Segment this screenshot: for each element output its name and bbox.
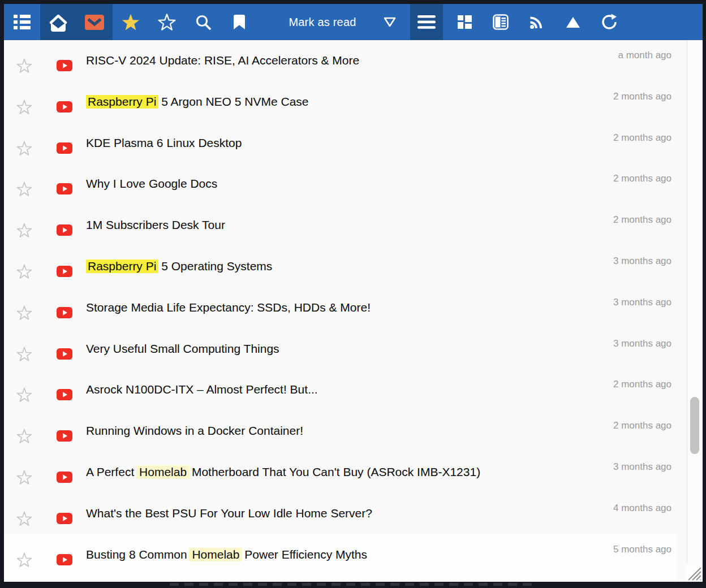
list-row[interactable]: What's the Best PSU For Your Low Idle Ho… (4, 493, 687, 534)
star-toggle[interactable] (16, 223, 33, 239)
hamburger-icon (417, 15, 436, 29)
refresh-button[interactable] (591, 4, 627, 40)
row-title: Raspberry Pi 5 Argon NEO 5 NVMe Case (86, 95, 562, 109)
star-toggle[interactable] (16, 58, 33, 74)
search-highlight: Homelab (136, 465, 190, 479)
list-row[interactable]: Why I Love Google Docs 2 months ago (4, 163, 687, 205)
youtube-icon (57, 307, 72, 318)
search-icon (195, 14, 212, 31)
list-icon (14, 15, 31, 29)
row-age: 5 months ago (613, 544, 671, 555)
row-title: RISC-V 2024 Update: RISE, AI Accelerator… (86, 54, 562, 67)
list-row[interactable]: Busting 8 Common Homelab Power Efficienc… (4, 534, 687, 582)
mark-read-envelope-button[interactable] (40, 4, 76, 40)
mark-unread-envelope-button[interactable] (76, 4, 113, 40)
list-row[interactable]: Storage Media Life Expectancy: SSDs, HDD… (4, 287, 687, 328)
row-title: Very Useful Small Computing Things (86, 342, 562, 356)
star-toggle[interactable] (16, 305, 33, 321)
youtube-icon (57, 266, 72, 277)
star-outline-icon (16, 511, 33, 527)
row-title: Storage Media Life Expectancy: SSDs, HDD… (86, 301, 562, 314)
row-age: 2 months ago (613, 91, 671, 102)
star-outline-icon (16, 141, 33, 157)
star-outline-icon (16, 58, 33, 74)
star-outline-icon (16, 429, 33, 444)
youtube-icon (57, 513, 72, 524)
list-row[interactable]: 1M Subscribers Desk Tour 2 months ago (4, 205, 687, 246)
star-outline-icon (16, 347, 33, 362)
rss-button[interactable] (519, 4, 555, 40)
star-outline-icon (16, 264, 33, 280)
star-toggle[interactable] (16, 264, 33, 280)
row-title: Raspberry Pi 5 Operating Systems (86, 260, 562, 273)
mark-as-read-button[interactable]: Mark as read (257, 4, 373, 40)
star-outline-icon (16, 552, 33, 568)
row-title: What's the Best PSU For Your Low Idle Ho… (86, 507, 562, 520)
resize-grip[interactable] (684, 563, 702, 581)
list-row[interactable]: Very Useful Small Computing Things 3 mon… (4, 328, 687, 370)
bookmark-button[interactable] (221, 4, 257, 40)
mark-as-read-label: Mark as read (289, 16, 356, 29)
list-row[interactable]: RISC-V 2024 Update: RISE, AI Accelerator… (4, 40, 687, 81)
star-toggle[interactable] (16, 552, 33, 568)
row-age: a month ago (618, 50, 671, 61)
layout-button[interactable] (446, 4, 483, 40)
scrollbar-track[interactable] (687, 40, 703, 582)
filter-dropdown-button[interactable] (373, 4, 407, 40)
row-age: 3 months ago (613, 297, 671, 308)
row-title: Busting 8 Common Homelab Power Efficienc… (86, 548, 562, 561)
scrollbar-thumb[interactable] (690, 397, 699, 454)
menu-button[interactable] (410, 4, 443, 40)
list-row[interactable]: KDE Plasma 6 Linux Desktop 2 months ago (4, 123, 687, 164)
triangle-up-icon (566, 16, 580, 28)
star-toggle[interactable] (16, 347, 33, 362)
youtube-icon (57, 142, 72, 154)
envelope-unread-icon (85, 15, 104, 30)
star-toggle[interactable] (16, 511, 33, 527)
row-age: 2 months ago (613, 379, 671, 390)
list-row[interactable]: Raspberry Pi 5 Operating Systems 3 month… (4, 246, 687, 287)
list-row[interactable]: Asrock N100DC-ITX – Almost Perfect! But.… (4, 369, 687, 410)
layout-grid-icon (458, 15, 472, 29)
search-highlight: Raspberry Pi (86, 260, 158, 273)
toolbar: Mark as read (4, 4, 703, 40)
star-outline-icon (16, 100, 33, 115)
row-age: 4 months ago (613, 503, 671, 514)
unstar-button[interactable] (149, 4, 185, 40)
star-toggle[interactable] (16, 181, 33, 197)
youtube-icon (57, 101, 72, 113)
row-title: Why I Love Google Docs (86, 177, 562, 191)
clipped-next-row (170, 583, 537, 586)
list-row[interactable]: Raspberry Pi 5 Argon NEO 5 NVMe Case 2 m… (4, 81, 687, 123)
article-list: RISC-V 2024 Update: RISE, AI Accelerator… (4, 40, 703, 582)
star-toggle[interactable] (16, 141, 33, 157)
search-button[interactable] (185, 4, 221, 40)
article-rows: RISC-V 2024 Update: RISE, AI Accelerator… (4, 40, 687, 582)
article-view-button[interactable] (483, 4, 519, 40)
star-outline-icon (158, 14, 176, 31)
row-title: 1M Subscribers Desk Tour (86, 218, 562, 232)
row-title: A Perfect Homelab Motherboard That You C… (86, 465, 562, 479)
row-age: 3 months ago (613, 338, 671, 349)
row-title: Running Windows in a Docker Container! (86, 424, 562, 438)
list-row[interactable]: Running Windows in a Docker Container! 2… (4, 410, 687, 452)
star-toggle[interactable] (16, 429, 33, 444)
dropdown-triangle-icon (383, 16, 397, 28)
collapse-button[interactable] (555, 4, 591, 40)
row-age: 2 months ago (613, 132, 671, 144)
star-toggle[interactable] (16, 387, 33, 403)
youtube-icon (57, 472, 72, 483)
refresh-icon (601, 14, 618, 31)
starred-filter-button[interactable] (113, 4, 149, 40)
row-age: 2 months ago (613, 214, 671, 226)
list-row[interactable]: A Perfect Homelab Motherboard That You C… (4, 452, 687, 493)
star-toggle[interactable] (16, 100, 33, 115)
search-highlight: Homelab (189, 548, 242, 561)
youtube-icon (57, 430, 72, 442)
star-toggle[interactable] (16, 470, 33, 486)
row-age: 3 months ago (613, 256, 671, 267)
list-view-button[interactable] (4, 4, 40, 40)
youtube-icon (57, 554, 72, 565)
star-filled-icon (121, 13, 140, 31)
youtube-icon (57, 183, 72, 194)
